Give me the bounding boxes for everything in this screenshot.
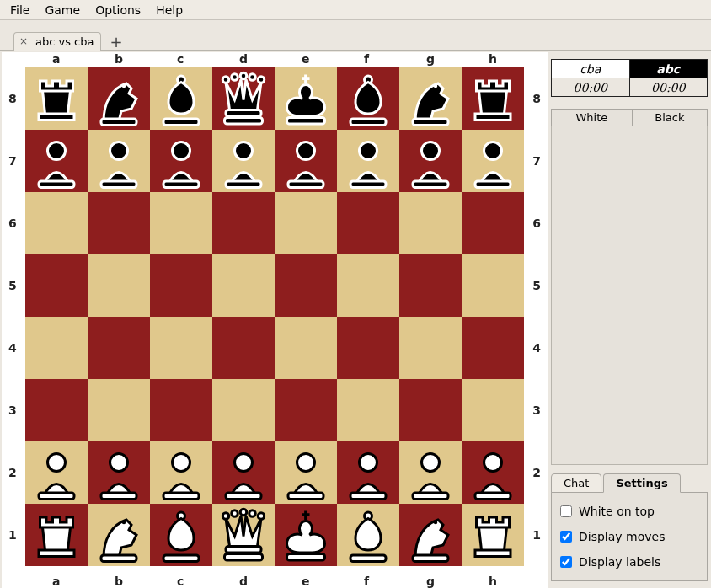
svg-point-28 bbox=[422, 142, 440, 160]
new-tab-button[interactable]: + bbox=[101, 33, 131, 51]
player-left-clock: 00:00 bbox=[552, 78, 630, 97]
square-a1[interactable] bbox=[25, 504, 88, 566]
square-e2[interactable] bbox=[275, 441, 337, 504]
square-b7[interactable] bbox=[88, 130, 150, 192]
square-g4[interactable] bbox=[399, 317, 462, 379]
square-c8[interactable] bbox=[150, 67, 212, 130]
square-d8[interactable] bbox=[212, 67, 275, 130]
square-b3[interactable] bbox=[88, 379, 150, 441]
square-f5[interactable] bbox=[337, 254, 399, 317]
square-c5[interactable] bbox=[150, 254, 212, 317]
square-f6[interactable] bbox=[337, 192, 399, 254]
tab-settings[interactable]: Settings bbox=[603, 473, 680, 493]
square-f3[interactable] bbox=[337, 379, 399, 441]
svg-rect-47 bbox=[475, 493, 511, 500]
square-h1[interactable] bbox=[462, 504, 524, 566]
menubar: File Game Options Help bbox=[0, 0, 711, 20]
svg-rect-61 bbox=[350, 555, 386, 562]
chess-board[interactable] bbox=[25, 67, 524, 566]
square-a5[interactable] bbox=[25, 254, 88, 317]
menu-help[interactable]: Help bbox=[149, 2, 191, 18]
square-d6[interactable] bbox=[212, 192, 275, 254]
square-f4[interactable] bbox=[337, 317, 399, 379]
svg-point-34 bbox=[110, 454, 128, 472]
square-h2[interactable] bbox=[462, 441, 524, 504]
square-f2[interactable] bbox=[337, 441, 399, 504]
svg-point-18 bbox=[110, 142, 128, 160]
square-g8[interactable] bbox=[399, 67, 462, 130]
square-e1[interactable] bbox=[275, 504, 337, 566]
square-e7[interactable] bbox=[275, 130, 337, 192]
square-g6[interactable] bbox=[399, 192, 462, 254]
square-e3[interactable] bbox=[275, 379, 337, 441]
menu-game[interactable]: Game bbox=[38, 2, 88, 18]
square-c6[interactable] bbox=[150, 192, 212, 254]
square-e8[interactable] bbox=[275, 67, 337, 130]
svg-point-44 bbox=[422, 454, 440, 472]
square-d4[interactable] bbox=[212, 317, 275, 379]
square-e6[interactable] bbox=[275, 192, 337, 254]
rank-label: 2 bbox=[532, 466, 541, 479]
square-h7[interactable] bbox=[462, 130, 524, 192]
square-g7[interactable] bbox=[399, 130, 462, 192]
svg-point-4 bbox=[222, 77, 229, 83]
square-a2[interactable] bbox=[25, 441, 88, 504]
square-c3[interactable] bbox=[150, 379, 212, 441]
rank-label: 8 bbox=[532, 92, 541, 105]
square-d5[interactable] bbox=[212, 254, 275, 317]
panel-tabs: Chat Settings bbox=[551, 473, 708, 493]
square-f8[interactable] bbox=[337, 67, 399, 130]
setting-display-moves[interactable]: Display moves bbox=[560, 530, 698, 543]
file-label: a bbox=[52, 52, 60, 66]
svg-rect-29 bbox=[413, 181, 448, 188]
square-e5[interactable] bbox=[275, 254, 337, 317]
square-b8[interactable] bbox=[88, 67, 150, 130]
square-h3[interactable] bbox=[462, 379, 524, 441]
square-d2[interactable] bbox=[212, 441, 275, 504]
square-a7[interactable] bbox=[25, 130, 88, 192]
square-f7[interactable] bbox=[337, 130, 399, 192]
svg-rect-49 bbox=[101, 555, 136, 562]
square-a8[interactable] bbox=[25, 67, 88, 130]
square-e4[interactable] bbox=[275, 317, 337, 379]
square-h8[interactable] bbox=[462, 67, 524, 130]
square-h5[interactable] bbox=[462, 254, 524, 317]
tab-label: abc vs cba bbox=[35, 35, 94, 48]
square-d3[interactable] bbox=[212, 379, 275, 441]
svg-point-22 bbox=[235, 142, 253, 160]
square-g3[interactable] bbox=[399, 379, 462, 441]
svg-rect-11 bbox=[287, 118, 325, 125]
checkbox-display-labels[interactable] bbox=[560, 556, 572, 568]
tab-game[interactable]: × abc vs cba bbox=[13, 32, 101, 51]
square-h6[interactable] bbox=[462, 192, 524, 254]
square-a4[interactable] bbox=[25, 317, 88, 379]
square-b1[interactable] bbox=[88, 504, 150, 566]
checkbox-white-on-top[interactable] bbox=[560, 505, 572, 517]
tab-chat[interactable]: Chat bbox=[551, 473, 601, 493]
close-icon[interactable]: × bbox=[18, 36, 29, 48]
square-b4[interactable] bbox=[88, 317, 150, 379]
setting-display-labels[interactable]: Display labels bbox=[560, 555, 698, 569]
square-a3[interactable] bbox=[25, 379, 88, 441]
square-c4[interactable] bbox=[150, 317, 212, 379]
square-b5[interactable] bbox=[88, 254, 150, 317]
square-b6[interactable] bbox=[88, 192, 150, 254]
square-c1[interactable] bbox=[150, 504, 212, 566]
svg-rect-33 bbox=[39, 493, 74, 500]
square-d1[interactable] bbox=[212, 504, 275, 566]
square-h4[interactable] bbox=[462, 317, 524, 379]
setting-white-on-top[interactable]: White on top bbox=[560, 505, 698, 518]
square-a6[interactable] bbox=[25, 192, 88, 254]
square-c7[interactable] bbox=[150, 130, 212, 192]
square-g2[interactable] bbox=[399, 441, 462, 504]
checkbox-display-moves[interactable] bbox=[560, 531, 572, 543]
square-d7[interactable] bbox=[212, 130, 275, 192]
square-b2[interactable] bbox=[88, 441, 150, 504]
square-c2[interactable] bbox=[150, 441, 212, 504]
menu-file[interactable]: File bbox=[3, 2, 38, 18]
menu-options[interactable]: Options bbox=[88, 2, 149, 18]
square-g1[interactable] bbox=[399, 504, 462, 566]
moves-list[interactable] bbox=[551, 126, 708, 465]
square-f1[interactable] bbox=[337, 504, 399, 566]
square-g5[interactable] bbox=[399, 254, 462, 317]
